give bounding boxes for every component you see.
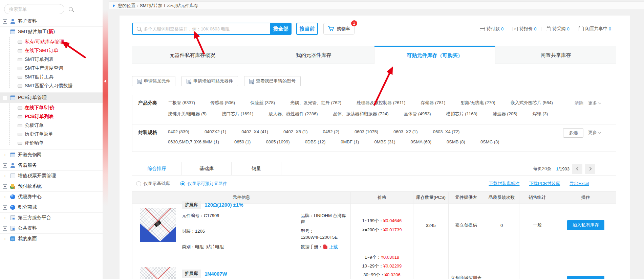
package-option[interactable]: 0630,SMD,7.3X6.6MM (1) xyxy=(168,139,219,144)
sort-tab-sales[interactable]: 销量 xyxy=(232,162,281,175)
package-option[interactable]: 0603_X2 (1) xyxy=(393,129,418,134)
sidebar-item-after-sales[interactable]: 售后服务 xyxy=(0,160,103,170)
stat-idle-sharing[interactable]: 闲置共享中 0 xyxy=(579,26,611,32)
category-option[interactable]: 存储器 (781) xyxy=(421,100,445,106)
expand-icon[interactable] xyxy=(3,216,7,220)
sidebar-item-prepayment[interactable]: 预付款系统 xyxy=(0,181,103,191)
expand-icon[interactable] xyxy=(3,163,7,168)
sidebar-item-history-reorder[interactable]: 历史订单返单 xyxy=(0,130,103,139)
sidebar-item-online-order-quote[interactable]: 在线下单/计价 xyxy=(0,103,103,112)
expand-icon[interactable] xyxy=(3,237,7,241)
category-option[interactable]: 模拟芯片 (1168) xyxy=(446,111,477,117)
category-option[interactable]: 二极管 (6337) xyxy=(168,100,195,106)
package-option[interactable]: 0MBS (31) xyxy=(374,139,395,144)
sidebar-item-customer-info[interactable]: 客户资料 xyxy=(0,16,103,26)
package-option[interactable]: 0603_X4 (72) xyxy=(433,129,460,134)
sidebar-item-public-board-order[interactable]: 公板订单 xyxy=(0,121,103,130)
package-option[interactable]: 0SMB (8) xyxy=(447,139,465,144)
package-option[interactable]: 0402X2 (1) xyxy=(205,129,226,134)
category-option[interactable]: 按键开关/继电器 (5) xyxy=(168,111,207,117)
part-search-box[interactable]: 搜全部 xyxy=(132,23,292,35)
category-option[interactable]: 射频/无线电 (270) xyxy=(460,100,495,106)
clear-filter-button[interactable]: 清除 xyxy=(575,100,583,106)
view-applied-models-button[interactable]: 查看我已申请的型号 xyxy=(244,76,301,86)
tab-mountable-stock[interactable]: 可贴元件库存（可购买） xyxy=(374,46,496,64)
package-option[interactable]: 0452 (2) xyxy=(323,129,339,134)
sidebar-item-smt-tools[interactable]: SMT贴片工具 xyxy=(0,73,103,82)
tab-private-overview[interactable]: 元器件私有库存概况 xyxy=(132,46,253,64)
category-option[interactable]: 焊锡 (3) xyxy=(533,111,548,117)
sidebar-item-my-desktop[interactable]: 我的桌面 xyxy=(0,234,103,244)
expand-icon[interactable] xyxy=(3,153,7,157)
sidebar-search[interactable] xyxy=(4,4,64,14)
export-excel-link[interactable]: 导出Excel xyxy=(570,181,589,187)
expand-icon[interactable] xyxy=(3,205,7,210)
expand-icon[interactable] xyxy=(3,174,7,178)
search-all-button[interactable]: 搜全部 xyxy=(270,23,292,35)
category-option[interactable]: 滤波器 (205) xyxy=(493,111,517,117)
package-option[interactable]: 0805 (1099) xyxy=(266,139,289,144)
sort-tab-basic-library[interactable]: 基础库 xyxy=(182,162,232,175)
sidebar-search-input[interactable] xyxy=(9,7,69,12)
sort-tab-comprehensive[interactable]: 综合排序 xyxy=(132,162,182,175)
sidebar-item-points-mall[interactable]: 积分商城 xyxy=(0,202,103,212)
download-footprint-standard-link[interactable]: 下载封装库标准 xyxy=(489,181,519,187)
tab-idle-shared[interactable]: 闲置共享库存 xyxy=(495,46,616,64)
apply-add-part-button[interactable]: 申请添加元件 xyxy=(132,76,175,86)
expand-icon[interactable] xyxy=(3,195,7,199)
category-option[interactable]: 晶体、振荡器和谐振器 (724) xyxy=(333,111,389,117)
stat-pending-purchase[interactable]: 待采购 0 xyxy=(546,26,570,32)
pending-quote-count[interactable]: 0 xyxy=(534,26,536,31)
sidebar-item-smt-processing[interactable]: SMT贴片加工(新) xyxy=(0,27,103,37)
sidebar-collapse-strip[interactable] xyxy=(103,10,108,206)
sidebar-item-third-party-platform[interactable]: 第三方服务平台 xyxy=(0,213,103,223)
package-option[interactable]: 0402_X8 (1) xyxy=(283,129,308,134)
apply-add-mountable-button[interactable]: 申请增加可贴元器件 xyxy=(181,76,238,86)
package-option[interactable]: 0SMA (60) xyxy=(411,139,431,144)
sidebar-item-review-share[interactable]: 评价晒单 xyxy=(0,139,103,147)
stat-pending-payment[interactable]: 待付款 0 xyxy=(480,26,503,32)
radio-orderable-only[interactable]: 仅显示可预订元器件 xyxy=(180,181,227,187)
sidebar-item-smt-progress[interactable]: SMT生产进度查询 xyxy=(0,64,103,73)
package-option[interactable]: 0603 (1075) xyxy=(355,129,378,134)
category-option[interactable]: 放大器、线性器件 (2286) xyxy=(269,111,318,117)
sidebar-item-offline-smt-order[interactable]: 在线下SMT订单 xyxy=(0,46,103,55)
search-current-button[interactable]: 搜当前 xyxy=(296,23,318,35)
category-option[interactable]: 晶体管 (4953) xyxy=(404,111,431,117)
category-option[interactable]: 传感器 (506) xyxy=(210,100,235,106)
sidebar-item-pcb-order-list[interactable]: PCB订单列表 xyxy=(0,112,103,121)
sidebar-item-pcb-order-mgmt[interactable]: PCB订单管理 xyxy=(0,93,103,103)
prev-page-button[interactable] xyxy=(572,164,582,174)
cart-button[interactable]: 购物车 2 xyxy=(323,23,355,34)
package-option[interactable]: 0DBS (12) xyxy=(305,139,326,144)
package-option[interactable]: 0402 (839) xyxy=(168,129,189,134)
part-search-input[interactable] xyxy=(144,26,267,31)
idle-sharing-count[interactable]: 0 xyxy=(609,26,611,31)
sidebar-item-private-stock-mgmt[interactable]: 私有/可贴库存管理 xyxy=(0,38,103,46)
sidebar-item-coupon-center[interactable]: 优惠券中心 xyxy=(0,192,103,202)
sidebar-item-vat-invoice[interactable]: 增值税票开票管理 xyxy=(0,171,103,181)
more-categories-button[interactable]: 更多 xyxy=(588,100,601,106)
collapse-icon[interactable] xyxy=(3,96,7,100)
more-packages-button[interactable]: 更多 xyxy=(588,130,601,136)
category-option[interactable]: 保险丝 (378) xyxy=(250,100,275,106)
category-option[interactable]: 嵌入式外围芯片 (564) xyxy=(511,100,553,106)
radio-basic-library-only[interactable]: 仅显示基础库 xyxy=(136,181,170,187)
add-to-private-stock-button[interactable]: 加入私有库存 xyxy=(567,220,604,230)
sidebar-item-laser-stencil[interactable]: 开激光钢网 xyxy=(0,150,103,160)
tab-my-stock[interactable]: 我的元器件库存 xyxy=(253,46,374,64)
category-option[interactable]: 处理器及微控制器 (2611) xyxy=(357,100,405,106)
pending-payment-count[interactable]: 0 xyxy=(501,26,503,31)
sidebar-item-smt-habit-data[interactable]: SMT匹配个人习惯数据 xyxy=(0,82,103,90)
package-option[interactable]: 0650 (1) xyxy=(234,139,251,144)
stat-pending-quote[interactable]: 待报价 0 xyxy=(513,26,536,32)
expand-icon[interactable] xyxy=(3,184,7,189)
part-title-link[interactable]: 1N4007W xyxy=(205,271,227,277)
expand-icon[interactable] xyxy=(3,19,7,24)
pending-purchase-count[interactable]: 0 xyxy=(567,26,570,31)
add-to-private-stock-button[interactable]: 加入私有库存 xyxy=(567,276,604,279)
category-option[interactable]: 接口芯片 (1691) xyxy=(222,111,253,117)
sidebar-item-public-resources[interactable]: 公共资料 xyxy=(0,223,103,233)
expand-icon[interactable] xyxy=(3,226,7,231)
sidebar-item-smt-order-list[interactable]: SMT订单列表 xyxy=(0,55,103,64)
